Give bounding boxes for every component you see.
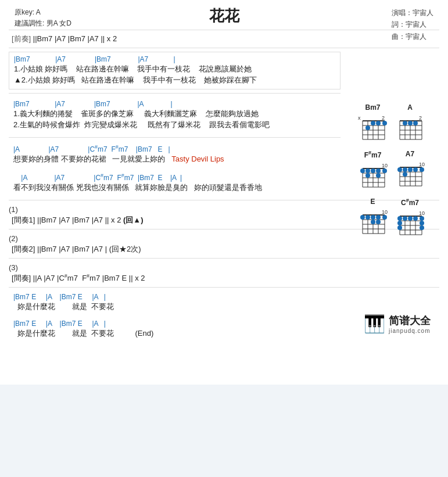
divider-2	[9, 48, 439, 48]
svg-point-81	[371, 220, 375, 224]
interlude-3: [間奏] ||A |A7 |C#m7 F#m7 |Bm7 E || x 2	[9, 273, 439, 284]
svg-point-101	[397, 225, 402, 230]
svg-text:x: x	[358, 115, 361, 121]
chord-bm7: Bm7 x 2	[357, 103, 389, 145]
svg-point-94	[397, 216, 402, 221]
svg-point-59	[397, 167, 402, 172]
chord-a7: A7 10	[394, 150, 427, 193]
svg-text:10: 10	[419, 210, 425, 216]
suggested-key: 建議調性: 男A 女D	[15, 18, 71, 29]
paren-3: (3)	[9, 263, 439, 272]
svg-point-95	[403, 216, 407, 221]
watermark-sub: jianpudq.com	[389, 328, 430, 334]
svg-point-12	[365, 125, 370, 130]
svg-point-45	[382, 168, 387, 173]
singer: 演唱：宇宙人	[392, 7, 433, 19]
divider-7	[9, 258, 439, 259]
svg-point-80	[382, 215, 387, 220]
svg-point-62	[413, 167, 418, 172]
svg-point-82	[376, 220, 381, 224]
svg-text:10: 10	[382, 163, 388, 168]
lyric-line-1a: 1.小姑娘 妳好嗎 站在路邊在幹嘛 我手中有一枝花 花說應該屬於她	[14, 64, 335, 74]
svg-point-64	[403, 172, 407, 177]
outro-lyric-1: 妳是什麼花 就是 不要花	[13, 302, 435, 312]
outro-chord-1: |Bm7 E |A |Bm7 E |A |	[13, 293, 435, 301]
svg-text:10: 10	[382, 209, 388, 215]
prelude-content: ||Bm7 |A7 |Bm7 |A7 || x 2	[33, 34, 117, 43]
lyric-line-2b: 2.生氣的時候會爆炸 炸完變成爆米花 既然有了爆米花 跟我去看個電影吧	[13, 120, 336, 130]
header: 原key: A 建議調性: 男A 女D 花花 演唱：宇宙人 詞：宇宙人 曲：宇宙…	[9, 6, 439, 26]
original-key: 原key: A	[15, 7, 71, 18]
tasty-devil-lips: Tasty Devil Lips	[171, 155, 224, 163]
chord-row-3: E 10	[346, 198, 436, 241]
lyrics-block-3: |A |A7 |C#m7 F#m7 |Bm7 E | 想要妳的身體 不要妳的花裙…	[9, 141, 341, 168]
svg-point-47	[376, 173, 381, 178]
lyric-line-3a: 想要妳的身體 不要妳的花裙 一見就愛上妳的 Tasty Devil Lips	[13, 154, 336, 164]
svg-point-61	[408, 167, 413, 172]
chord-e: E 10	[357, 198, 389, 241]
svg-point-60	[403, 167, 407, 172]
divider-1	[9, 30, 439, 30]
chord-row-2: F#m7 10	[346, 150, 436, 193]
lyrics-block-2: |Bm7 |A7 |Bm7 |A | 1.義大利麵的捲髮 雀斑多的像芝麻 義大利…	[9, 97, 341, 134]
chord-bm7-svg: x 2	[357, 113, 389, 145]
divider-8	[9, 287, 439, 288]
lyric-line-2a: 1.義大利麵的捲髮 雀斑多的像芝麻 義大利麵灑芝麻 怎麼能夠放過她	[13, 109, 336, 119]
lyricist: 詞：宇宙人	[392, 19, 433, 30]
chord-f#m7: F#m7 10	[357, 150, 389, 193]
prelude-label: [前奏]	[12, 34, 31, 43]
divider-3	[9, 93, 341, 94]
svg-point-29	[413, 121, 418, 125]
divider-4	[9, 137, 341, 138]
piano-icon: 🎹	[364, 315, 385, 333]
chord-line-2: |Bm7 |A7 |Bm7 |A |	[13, 100, 336, 108]
lyrics-block-1: |Bm7 |A7 |Bm7 |A7 | 1.小姑娘 妳好嗎 站在路邊在幹嘛 我手…	[9, 52, 341, 89]
svg-point-98	[420, 216, 424, 221]
prelude: [前奏] ||Bm7 |A7 |Bm7 |A7 || x 2	[9, 34, 439, 44]
chord-a: A 2	[394, 103, 427, 145]
footer-watermark: 🎹 简谱大全 jianpudq.com	[364, 314, 431, 334]
page: 原key: A 建議調性: 男A 女D 花花 演唱：宇宙人 詞：宇宙人 曲：宇宙…	[0, 0, 448, 385]
chord-diagrams: Bm7 x 2	[346, 103, 436, 245]
svg-point-97	[413, 216, 418, 221]
svg-point-79	[376, 215, 381, 220]
svg-point-99	[397, 221, 402, 225]
interlude-2: [間奏2] ||Bm7 |A7 |Bm7 |A7 | (回★2次)	[9, 244, 439, 254]
chord-line-4: |A |A7 |C#m7 F#m7 |Bm7 E |A |	[13, 173, 336, 182]
svg-point-78	[371, 215, 375, 220]
svg-point-28	[408, 121, 413, 125]
chord-line-1: |Bm7 |A7 |Bm7 |A7 |	[14, 55, 335, 63]
svg-point-15	[382, 121, 387, 125]
svg-point-76	[360, 215, 365, 220]
svg-point-41	[360, 168, 365, 173]
chord-a-svg: 2	[394, 113, 427, 145]
watermark-text: 简谱大全 jianpudq.com	[389, 314, 431, 334]
chord-c#m7: C#m7 10	[394, 198, 427, 241]
svg-point-43	[371, 168, 375, 173]
chord-f#m7-svg: 10	[357, 160, 389, 193]
song-title: 花花	[209, 6, 239, 26]
svg-text:2: 2	[419, 115, 422, 121]
svg-point-13	[371, 121, 375, 125]
chord-row-1: Bm7 x 2	[346, 103, 436, 145]
outro-block-1: |Bm7 E |A |Bm7 E |A | 妳是什麼花 就是 不要花	[9, 291, 439, 314]
watermark-main: 简谱大全	[389, 314, 431, 328]
lyric-line-4a: 看不到我沒有關係 兇我也沒有關係 就算妳臉是臭的 妳的頭髮還是香香地	[13, 182, 336, 193]
chord-a7-svg: 10	[394, 159, 427, 192]
svg-point-42	[365, 168, 370, 173]
svg-point-102	[420, 225, 424, 230]
chord-line-3: |A |A7 |C#m7 F#m7 |Bm7 E |	[13, 144, 336, 153]
chord-c#m7-svg: 10	[394, 208, 427, 241]
svg-point-100	[420, 221, 424, 225]
svg-point-46	[365, 173, 370, 178]
svg-point-27	[403, 121, 407, 125]
svg-point-96	[408, 216, 413, 221]
svg-point-14	[376, 121, 381, 125]
lyrics-block-4: |A |A7 |C#m7 F#m7 |Bm7 E |A | 看不到我沒有關係 兇…	[9, 171, 341, 196]
svg-point-77	[365, 215, 370, 220]
main-content: Bm7 x 2	[9, 34, 439, 341]
chord-e-svg: 10	[357, 207, 389, 239]
svg-point-63	[420, 167, 424, 172]
header-left: 原key: A 建議調性: 男A 女D	[15, 7, 71, 29]
svg-text:2: 2	[382, 115, 385, 121]
